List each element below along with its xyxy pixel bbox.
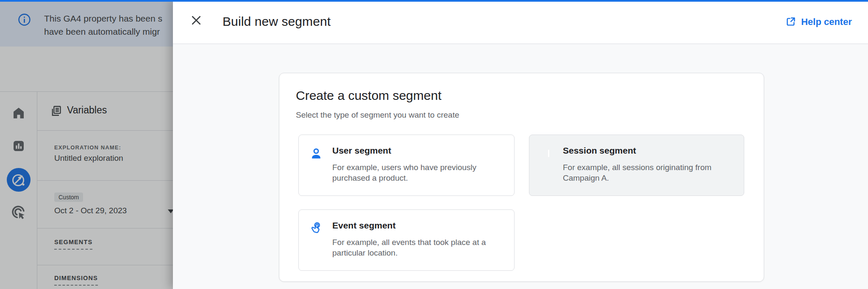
option-title: Session segment <box>563 146 636 156</box>
build-segment-modal: Build new segment Help center Create a c… <box>173 0 868 289</box>
close-icon[interactable] <box>190 14 207 31</box>
option-session-segment[interactable]: Session segment For example, all session… <box>529 135 744 196</box>
card-subtitle: Select the type of segment you want to c… <box>296 110 459 120</box>
modal-body: Create a custom segment Select the type … <box>173 44 868 289</box>
modal-header: Build new segment Help center <box>173 0 868 44</box>
modal-scrim[interactable] <box>0 0 173 289</box>
open-in-new-icon <box>785 16 796 28</box>
option-title: User segment <box>332 146 391 156</box>
option-description: For example, users who have previously p… <box>332 162 494 183</box>
session-segment-icon <box>540 146 554 161</box>
modal-title: Build new segment <box>223 14 331 29</box>
help-center-label: Help center <box>801 17 852 28</box>
option-event-segment[interactable]: Event segment For example, all events th… <box>298 209 515 271</box>
screen: This GA4 property has been s have been a… <box>0 0 868 289</box>
option-description: For example, all sessions originating fr… <box>563 162 725 183</box>
create-segment-card: Create a custom segment Select the type … <box>279 73 764 282</box>
option-title: Event segment <box>332 220 395 231</box>
option-description: For example, all events that took place … <box>332 237 494 258</box>
top-accent-bar <box>0 0 868 2</box>
option-user-segment[interactable]: User segment For example, users who have… <box>298 135 515 196</box>
user-segment-icon <box>309 146 323 161</box>
card-title: Create a custom segment <box>296 88 442 103</box>
help-center-link[interactable]: Help center <box>785 16 852 28</box>
event-segment-icon <box>309 221 323 236</box>
